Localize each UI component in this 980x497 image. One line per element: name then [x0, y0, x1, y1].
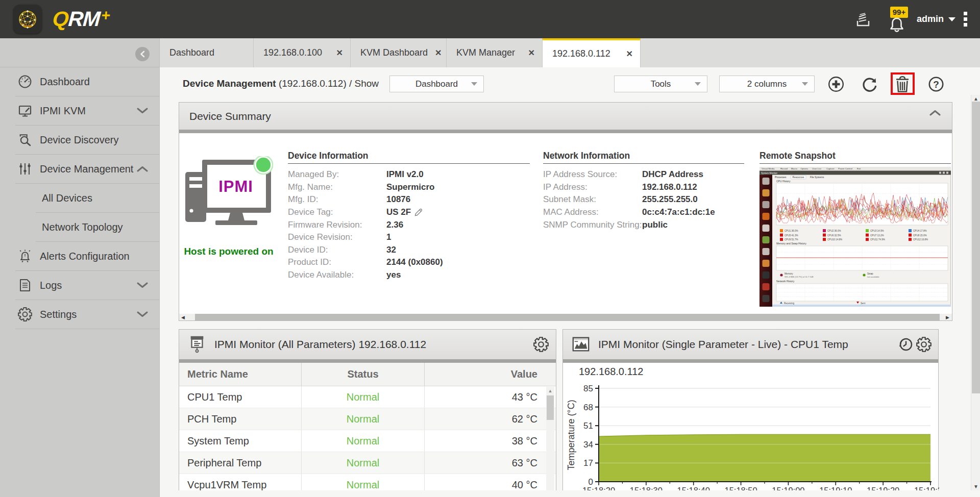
svg-text:Swap: Swap — [867, 272, 873, 275]
edit-pencil-icon[interactable] — [414, 208, 423, 217]
view-select[interactable]: Dashboard — [389, 76, 484, 92]
sidebar-item-network-topology[interactable]: Network Topology — [0, 213, 159, 241]
info-label: Device Revision: — [288, 232, 386, 242]
svg-text:Temperature (°C): Temperature (°C) — [566, 400, 576, 470]
sidebar-item-all-devices[interactable]: All Devices — [0, 184, 159, 212]
tab-dashboard[interactable]: Dashboard — [160, 38, 254, 67]
table-row[interactable]: PCH Temp Normal 62 °C — [179, 408, 556, 430]
page-scroll-thumb[interactable] — [972, 102, 980, 393]
page-title-rest: (192.168.0.112) / Show — [276, 78, 379, 89]
tab-close-icon[interactable]: ✕ — [336, 49, 343, 57]
tools-select-value: Tools — [651, 79, 671, 89]
remote-snapshot-title: Remote Snapshot — [760, 151, 951, 162]
kvm-icon — [18, 104, 32, 118]
chart-series-title: 192.168.0.112 — [579, 366, 643, 378]
horizontal-scroll-thumb[interactable] — [195, 314, 940, 320]
tab-close-icon[interactable]: ✕ — [435, 49, 442, 57]
help-button[interactable]: ? — [927, 75, 945, 93]
table-row[interactable]: Vcpu1VRM Temp Normal 40 °C — [179, 474, 556, 490]
cell-status: Normal — [302, 386, 425, 408]
user-menu[interactable]: admin — [917, 0, 955, 38]
sidebar-collapse-button[interactable] — [135, 47, 150, 61]
info-row: Subnet Mask: 255.255.255.0 — [543, 193, 744, 206]
info-label: SNMP Community String: — [543, 220, 642, 230]
device-information-section: Device Information Managed By: IPMI v2.0… — [288, 151, 530, 281]
table-panel-header[interactable]: IPMI Monitor (All Parameters) 192.168.0.… — [179, 330, 556, 359]
table-row[interactable]: Peripheral Temp Normal 63 °C — [179, 452, 556, 474]
refresh-button[interactable] — [861, 75, 879, 93]
table-scroll-thumb[interactable] — [547, 395, 554, 420]
bell-icon — [888, 17, 905, 33]
scroll-left-arrow[interactable]: ◀ — [181, 314, 185, 320]
chart-panel-header[interactable]: IPMI Monitor (Single Parameter - Live) -… — [563, 330, 938, 359]
chart-settings-button[interactable] — [916, 336, 932, 353]
device-summary-header[interactable]: Device Summary — [179, 103, 952, 130]
brand-q: Q — [52, 7, 69, 31]
view-select-value: Dashboard — [415, 79, 458, 89]
column-header-value[interactable]: Value — [425, 368, 546, 380]
brand-plus: + — [101, 7, 110, 24]
svg-text:CPU2 36.0%: CPU2 36.0% — [827, 230, 841, 232]
chevron-down-icon — [137, 108, 148, 114]
sidebar-item-ipmi-kvm[interactable]: IPMI KVM — [0, 96, 159, 125]
svg-text:Network History: Network History — [776, 280, 795, 283]
column-header-status[interactable]: Status — [302, 363, 425, 386]
logs-icon — [18, 278, 32, 292]
sidebar-divider — [15, 329, 159, 329]
add-widget-button[interactable] — [827, 75, 845, 93]
info-label: Device Tag: — [288, 207, 386, 217]
svg-text:Macro: Macro — [791, 167, 798, 170]
tab-label: 192.168.0.100 — [263, 47, 322, 58]
chart-history-button[interactable] — [897, 336, 914, 353]
info-label: Managed By: — [288, 169, 386, 180]
gear-icon — [18, 307, 32, 321]
sidebar-item-alerts-configuration[interactable]: Alerts Configuration — [0, 242, 159, 270]
sidebar-item-device-discovery[interactable]: Device Discovery — [0, 126, 159, 154]
info-value: 10876 — [386, 194, 410, 205]
tab-kvm-dashboard[interactable]: KVM Dashboard ✕ — [351, 38, 447, 67]
task-queue-button[interactable] — [855, 0, 871, 38]
tools-select[interactable]: Tools — [614, 76, 707, 92]
notifications-button[interactable]: 99+ — [888, 0, 911, 38]
app-logo[interactable] — [13, 5, 42, 34]
scroll-up-arrow[interactable]: ▲ — [971, 96, 980, 102]
svg-text:85: 85 — [583, 384, 593, 393]
svg-text:Memory and Swap History: Memory and Swap History — [776, 242, 806, 245]
tab-192-168-0-100[interactable]: 192.168.0.100 ✕ — [254, 38, 351, 67]
page-scrollbar[interactable]: ▲ ▼ — [971, 95, 980, 490]
sidebar-item-logs[interactable]: Logs — [0, 271, 159, 300]
tab-close-icon[interactable]: ✕ — [528, 49, 535, 57]
columns-select[interactable]: 2 columns — [719, 76, 815, 92]
collapse-panel-button[interactable] — [929, 110, 944, 122]
sidebar-item-label: Device Management — [40, 163, 133, 175]
svg-text:15:19:10: 15:19:10 — [819, 486, 852, 490]
sidebar-item-dashboard[interactable]: Dashboard — [0, 67, 159, 96]
tab-kvm-manager[interactable]: KVM Manager ✕ — [447, 38, 543, 67]
top-app-bar: QRM+ 99+ admin — [0, 0, 980, 38]
sidebar-item-label: Dashboard — [40, 76, 90, 88]
svg-text:Memory: Memory — [785, 272, 793, 275]
table-vertical-scrollbar[interactable]: ▲ — [546, 387, 554, 490]
tab-close-icon[interactable]: ✕ — [626, 50, 633, 58]
table-row[interactable]: CPU1 Temp Normal 43 °C — [179, 386, 556, 408]
overflow-menu-button[interactable] — [964, 0, 967, 38]
table-row[interactable]: System Temp Normal 38 °C — [179, 430, 556, 452]
gear-icon — [533, 337, 549, 352]
svg-text:CPU7 13.2%: CPU7 13.2% — [870, 234, 884, 237]
scroll-right-arrow[interactable]: ▶ — [946, 314, 949, 320]
sidebar-item-settings[interactable]: Settings — [0, 300, 159, 329]
remote-snapshot-image[interactable]: Virtual MediaRecordMacroOptionsUser List… — [760, 167, 951, 307]
sidebar-item-device-management[interactable]: Device Management — [0, 155, 159, 183]
svg-text:15:18:50: 15:18:50 — [724, 486, 757, 490]
tab-192-168-0-112[interactable]: 192.168.0.112 ✕ — [543, 38, 641, 67]
scroll-up-arrow[interactable]: ▲ — [546, 388, 554, 393]
summary-horizontal-scrollbar[interactable]: ◀ ▶ — [179, 314, 952, 320]
svg-text:Virtual Media: Virtual Media — [762, 167, 775, 170]
power-status-text: Host is powered on — [180, 246, 277, 257]
select-caret-icon — [695, 82, 701, 86]
svg-text:CPU1 36.0%: CPU1 36.0% — [785, 230, 798, 232]
table-settings-button[interactable] — [533, 336, 549, 353]
column-header-metric[interactable]: Metric Name — [179, 363, 302, 386]
scroll-down-arrow[interactable]: ▼ — [971, 484, 980, 489]
cell-metric: CPU1 Temp — [179, 386, 302, 408]
